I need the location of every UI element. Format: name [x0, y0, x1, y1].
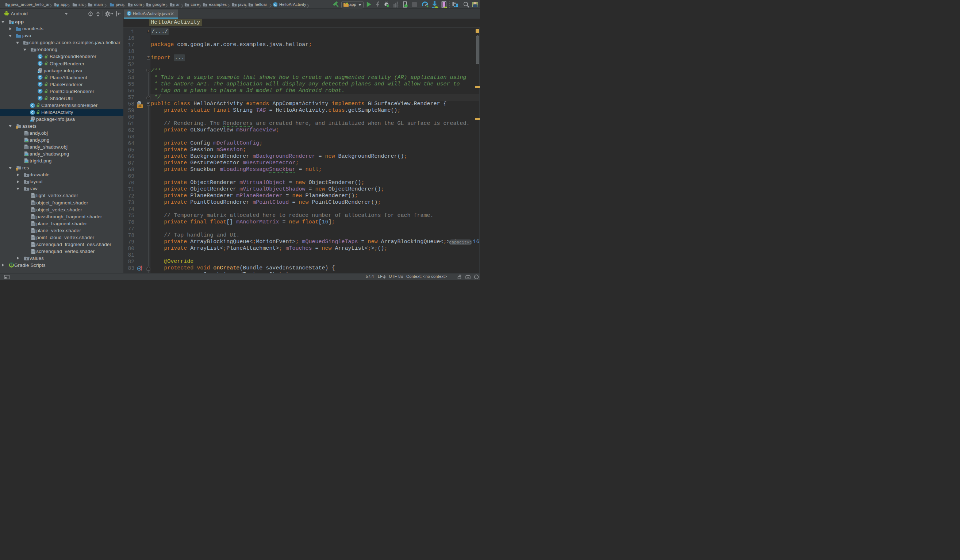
svg-text:C: C [274, 2, 276, 6]
svg-text:C: C [39, 96, 41, 101]
svg-text:C: C [39, 54, 41, 58]
svg-text:C: C [39, 61, 41, 66]
svg-text:C: C [39, 75, 41, 80]
svg-text:C: C [39, 90, 41, 93]
svg-text:J: J [38, 71, 39, 73]
svg-text:C: C [39, 83, 41, 86]
svg-text:C: C [31, 103, 34, 107]
svg-text:C: C [31, 110, 34, 114]
svg-text:J: J [30, 120, 32, 122]
svg-text:C: C [128, 11, 130, 15]
